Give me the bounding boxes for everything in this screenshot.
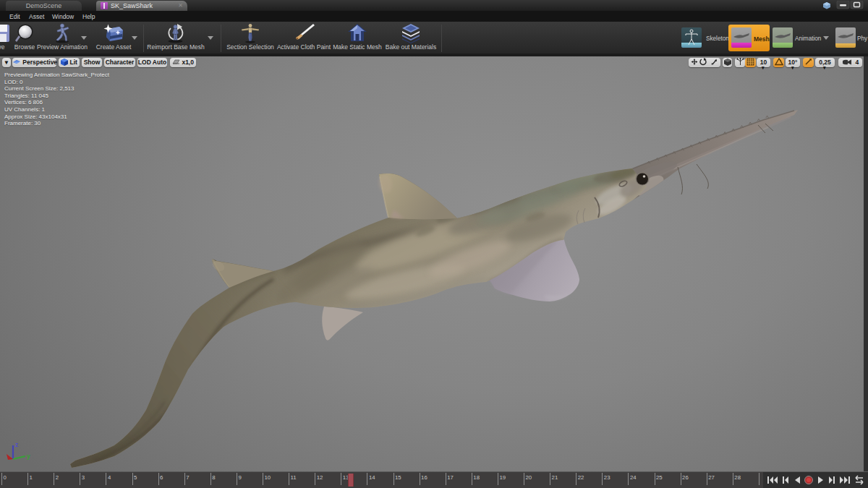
svg-text:z: z — [15, 441, 18, 448]
svg-text:y: y — [27, 453, 30, 460]
